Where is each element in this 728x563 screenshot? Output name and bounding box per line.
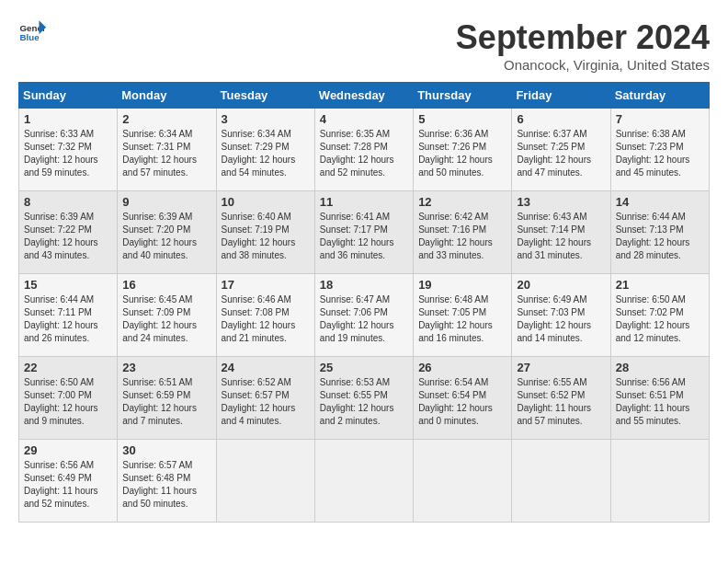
day-number: 29 <box>24 443 112 457</box>
day-number: 8 <box>24 195 112 209</box>
day-number: 4 <box>320 112 408 126</box>
day-number: 6 <box>517 112 605 126</box>
day-info: Sunrise: 6:34 AMSunset: 7:29 PMDaylight:… <box>222 128 310 179</box>
title-block: September 2024 Onancock, Virginia, Unite… <box>456 18 710 73</box>
calendar-cell <box>216 440 314 523</box>
calendar-cell: 23 Sunrise: 6:51 AMSunset: 6:59 PMDaylig… <box>118 357 216 440</box>
day-info: Sunrise: 6:39 AMSunset: 7:22 PMDaylight:… <box>24 211 112 262</box>
calendar-cell: 15 Sunrise: 6:44 AMSunset: 7:11 PMDaylig… <box>19 274 118 357</box>
day-info: Sunrise: 6:53 AMSunset: 6:55 PMDaylight:… <box>320 376 408 428</box>
calendar-cell <box>610 440 709 523</box>
col-thursday: Thursday <box>414 83 512 109</box>
calendar-cell: 13 Sunrise: 6:43 AMSunset: 7:14 PMDaylig… <box>512 191 610 274</box>
calendar-row: 15 Sunrise: 6:44 AMSunset: 7:11 PMDaylig… <box>19 274 710 357</box>
calendar-cell: 28 Sunrise: 6:56 AMSunset: 6:51 PMDaylig… <box>610 357 709 440</box>
day-info: Sunrise: 6:44 AMSunset: 7:11 PMDaylight:… <box>24 293 112 345</box>
day-info: Sunrise: 6:37 AMSunset: 7:25 PMDaylight:… <box>517 128 605 179</box>
logo-icon: General Blue <box>18 18 46 46</box>
logo: General Blue <box>18 18 46 46</box>
calendar-cell: 21 Sunrise: 6:50 AMSunset: 7:02 PMDaylig… <box>610 274 709 357</box>
day-number: 15 <box>24 278 112 292</box>
day-info: Sunrise: 6:40 AMSunset: 7:19 PMDaylight:… <box>222 211 310 262</box>
day-number: 17 <box>222 278 310 292</box>
page-header: General Blue September 2024 Onancock, Vi… <box>18 18 710 73</box>
day-info: Sunrise: 6:44 AMSunset: 7:13 PMDaylight:… <box>616 211 704 262</box>
day-number: 26 <box>418 361 506 374</box>
calendar-body: 1 Sunrise: 6:33 AMSunset: 7:32 PMDayligh… <box>19 109 710 523</box>
calendar-cell <box>512 440 610 523</box>
day-number: 30 <box>122 443 210 457</box>
calendar-cell: 7 Sunrise: 6:38 AMSunset: 7:23 PMDayligh… <box>610 109 709 191</box>
calendar-cell: 27 Sunrise: 6:55 AMSunset: 6:52 PMDaylig… <box>512 357 610 440</box>
day-number: 20 <box>517 278 605 292</box>
col-wednesday: Wednesday <box>314 83 413 109</box>
day-number: 14 <box>616 195 704 209</box>
calendar-cell: 19 Sunrise: 6:48 AMSunset: 7:05 PMDaylig… <box>414 274 512 357</box>
day-number: 9 <box>122 195 210 209</box>
calendar-cell: 16 Sunrise: 6:45 AMSunset: 7:09 PMDaylig… <box>118 274 216 357</box>
day-number: 25 <box>320 361 408 374</box>
day-number: 7 <box>616 112 704 126</box>
day-number: 16 <box>122 278 210 292</box>
day-info: Sunrise: 6:47 AMSunset: 7:06 PMDaylight:… <box>320 293 408 345</box>
calendar-cell: 8 Sunrise: 6:39 AMSunset: 7:22 PMDayligh… <box>19 191 118 274</box>
calendar-cell: 1 Sunrise: 6:33 AMSunset: 7:32 PMDayligh… <box>19 109 118 191</box>
day-number: 23 <box>122 361 210 374</box>
calendar-cell <box>314 440 413 523</box>
day-number: 21 <box>616 278 704 292</box>
day-info: Sunrise: 6:36 AMSunset: 7:26 PMDaylight:… <box>418 128 506 179</box>
calendar-cell: 26 Sunrise: 6:54 AMSunset: 6:54 PMDaylig… <box>414 357 512 440</box>
day-info: Sunrise: 6:48 AMSunset: 7:05 PMDaylight:… <box>418 293 506 345</box>
day-info: Sunrise: 6:52 AMSunset: 6:57 PMDaylight:… <box>222 376 310 428</box>
day-number: 27 <box>517 361 605 374</box>
day-number: 1 <box>24 112 112 126</box>
calendar-cell: 2 Sunrise: 6:34 AMSunset: 7:31 PMDayligh… <box>118 109 216 191</box>
day-info: Sunrise: 6:46 AMSunset: 7:08 PMDaylight:… <box>222 293 310 345</box>
calendar-cell: 11 Sunrise: 6:41 AMSunset: 7:17 PMDaylig… <box>314 191 413 274</box>
day-info: Sunrise: 6:33 AMSunset: 7:32 PMDaylight:… <box>24 128 112 179</box>
day-number: 3 <box>222 112 310 126</box>
header-row: Sunday Monday Tuesday Wednesday Thursday… <box>19 83 710 109</box>
day-info: Sunrise: 6:56 AMSunset: 6:51 PMDaylight:… <box>616 376 704 428</box>
day-info: Sunrise: 6:42 AMSunset: 7:16 PMDaylight:… <box>418 211 506 262</box>
day-number: 13 <box>517 195 605 209</box>
calendar-cell: 14 Sunrise: 6:44 AMSunset: 7:13 PMDaylig… <box>610 191 709 274</box>
calendar-cell <box>414 440 512 523</box>
col-saturday: Saturday <box>610 83 709 109</box>
calendar-row: 22 Sunrise: 6:50 AMSunset: 7:00 PMDaylig… <box>19 357 710 440</box>
day-info: Sunrise: 6:51 AMSunset: 6:59 PMDaylight:… <box>122 376 210 428</box>
calendar-cell: 24 Sunrise: 6:52 AMSunset: 6:57 PMDaylig… <box>216 357 314 440</box>
day-number: 22 <box>24 361 112 374</box>
col-monday: Monday <box>118 83 216 109</box>
calendar-cell: 6 Sunrise: 6:37 AMSunset: 7:25 PMDayligh… <box>512 109 610 191</box>
col-friday: Friday <box>512 83 610 109</box>
col-sunday: Sunday <box>19 83 118 109</box>
calendar-cell: 18 Sunrise: 6:47 AMSunset: 7:06 PMDaylig… <box>314 274 413 357</box>
day-info: Sunrise: 6:34 AMSunset: 7:31 PMDaylight:… <box>122 128 210 179</box>
calendar-cell: 22 Sunrise: 6:50 AMSunset: 7:00 PMDaylig… <box>19 357 118 440</box>
day-number: 28 <box>616 361 704 374</box>
day-number: 19 <box>418 278 506 292</box>
calendar-row: 29 Sunrise: 6:56 AMSunset: 6:49 PMDaylig… <box>19 440 710 523</box>
calendar-table: Sunday Monday Tuesday Wednesday Thursday… <box>18 82 710 523</box>
calendar-cell: 25 Sunrise: 6:53 AMSunset: 6:55 PMDaylig… <box>314 357 413 440</box>
day-info: Sunrise: 6:43 AMSunset: 7:14 PMDaylight:… <box>517 211 605 262</box>
day-info: Sunrise: 6:57 AMSunset: 6:48 PMDaylight:… <box>122 459 210 511</box>
day-info: Sunrise: 6:50 AMSunset: 7:02 PMDaylight:… <box>616 293 704 345</box>
calendar-cell: 12 Sunrise: 6:42 AMSunset: 7:16 PMDaylig… <box>414 191 512 274</box>
day-number: 10 <box>222 195 310 209</box>
day-info: Sunrise: 6:35 AMSunset: 7:28 PMDaylight:… <box>320 128 408 179</box>
calendar-cell: 17 Sunrise: 6:46 AMSunset: 7:08 PMDaylig… <box>216 274 314 357</box>
day-info: Sunrise: 6:55 AMSunset: 6:52 PMDaylight:… <box>517 376 605 428</box>
calendar-row: 8 Sunrise: 6:39 AMSunset: 7:22 PMDayligh… <box>19 191 710 274</box>
day-info: Sunrise: 6:41 AMSunset: 7:17 PMDaylight:… <box>320 211 408 262</box>
svg-text:Blue: Blue <box>20 32 40 42</box>
day-number: 2 <box>122 112 210 126</box>
calendar-cell: 5 Sunrise: 6:36 AMSunset: 7:26 PMDayligh… <box>414 109 512 191</box>
day-info: Sunrise: 6:45 AMSunset: 7:09 PMDaylight:… <box>122 293 210 345</box>
day-number: 11 <box>320 195 408 209</box>
calendar-cell: 29 Sunrise: 6:56 AMSunset: 6:49 PMDaylig… <box>19 440 118 523</box>
day-info: Sunrise: 6:56 AMSunset: 6:49 PMDaylight:… <box>24 459 112 511</box>
location: Onancock, Virginia, United States <box>456 57 710 73</box>
calendar-cell: 9 Sunrise: 6:39 AMSunset: 7:20 PMDayligh… <box>118 191 216 274</box>
